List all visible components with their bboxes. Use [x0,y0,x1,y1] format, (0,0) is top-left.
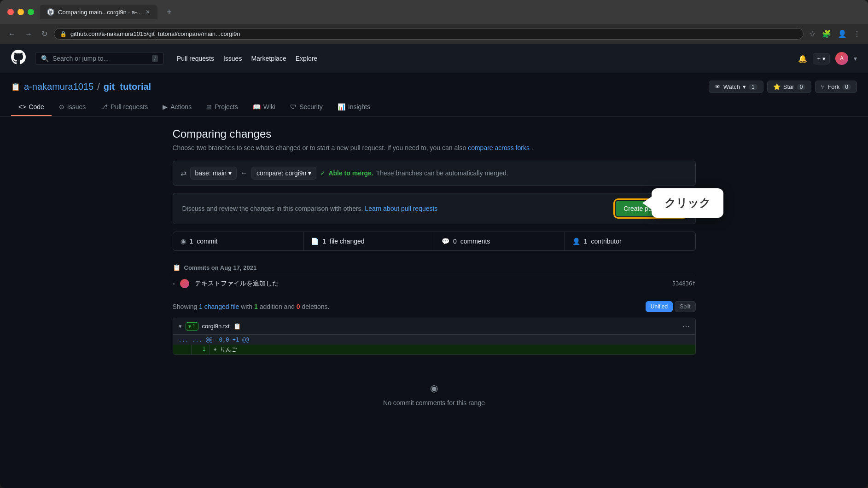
right-arrow-icon: ← [240,169,248,177]
files-stat: 📄 1 file changed [303,232,434,250]
actions-icon: ▶ [163,103,168,110]
fullscreen-button[interactable] [28,9,34,15]
comments-stat: 💬 0 comments [434,232,565,250]
notifications-bell-icon[interactable]: 🔔 [798,54,807,63]
diff-line-content: + りんご [210,345,695,354]
minimize-button[interactable] [17,9,24,15]
fork-button[interactable]: ⑂ Fork 0 [815,81,857,93]
compare-title: Comparing changes [173,128,696,140]
security-icon: 🛡 [290,103,297,110]
split-view-button[interactable]: Split [675,301,695,312]
commit-message[interactable]: テキストファイルを追加した [195,279,666,288]
reload-button[interactable]: ↻ [39,28,50,40]
tab-security-label: Security [299,103,323,110]
commits-count: 1 [190,238,193,245]
code-icon: <> [18,103,26,110]
watch-label: Watch [723,83,740,90]
base-branch-select[interactable]: base: main ▾ [190,167,237,180]
contributors-stat: 👤 1 contributor [565,232,695,250]
close-button[interactable] [7,9,14,15]
compare-across-forks-link[interactable]: compare across forks [468,144,530,151]
tab-issues-label: Issues [67,103,86,110]
profile-icon[interactable]: 👤 [836,28,849,40]
tab-issues[interactable]: ⊙ Issues [52,99,93,116]
tab-security[interactable]: 🛡 Security [283,99,330,116]
nav-marketplace[interactable]: Marketplace [247,53,290,64]
tab-pull-requests[interactable]: ⎇ Pull requests [93,99,155,116]
issues-icon: ⊙ [59,103,64,110]
create-new-button[interactable]: + ▾ [813,53,830,64]
diff-copy-icon[interactable]: 📋 [233,323,241,330]
repo-owner-link[interactable]: a-nakamura1015 [24,81,93,92]
unified-view-button[interactable]: Unified [646,301,673,312]
compare-desc-text: Choose two branches to see what's change… [173,144,466,151]
checkmark-icon: ✓ [320,169,326,177]
search-input[interactable]: 🔍 Search or jump to... / [35,52,164,65]
learn-about-pr-link[interactable]: Learn about pull requests [365,205,437,212]
tab-projects[interactable]: ⊞ Projects [199,99,245,116]
tab-close-icon[interactable]: ✕ [146,9,150,15]
base-dropdown-icon: ▾ [228,169,232,177]
repo-title-row: 📋 a-nakamura1015 / git_tutorial 👁 Watch … [11,81,857,93]
url-text: github.com/a-nakamura1015/git_tutorial/c… [70,30,240,37]
active-tab[interactable]: Comparing main...corgi9n · a-... ✕ [40,5,157,19]
files-stat-icon: 📄 [311,238,319,245]
repo-name-link[interactable]: git_tutorial [104,81,151,92]
pr-info-box: Discuss and review the changes in this c… [173,193,696,224]
extensions-icon[interactable]: 🧩 [820,28,833,40]
tab-code-label: Code [29,103,44,110]
contributors-label: contributor [591,238,622,245]
view-toggle: Unified Split [646,301,696,312]
tab-wiki[interactable]: 📖 Wiki [245,99,283,116]
comments-stat-icon: 💬 [442,238,449,245]
no-comments-section: ◉ No commit comments for this range [173,364,696,425]
tab-projects-label: Projects [215,103,238,110]
tab-actions[interactable]: ▶ Actions [155,99,199,116]
diff-container: ▾ ▾ 1 corgi9n.txt 📋 ⋯ ... ... @@ -0,0 +1… [173,318,696,355]
commits-date-header: 📋 Commits on Aug 17, 2021 [173,260,696,275]
hunk-dots-right: ... [192,337,202,343]
files-label: file changed [330,238,365,245]
repo-title: 📋 a-nakamura1015 / git_tutorial [11,81,151,92]
watch-button[interactable]: 👁 Watch ▾ 1 [709,81,763,93]
diff-file-actions[interactable]: ⋯ [682,322,690,331]
contributors-count: 1 [584,238,588,245]
compare-label: compare: [256,169,283,177]
branch-row: ⇄ base: main ▾ ← compare: corgi9n ▾ ✓ Ab… [173,161,696,186]
pr-section: Discuss and review the changes in this c… [173,193,696,224]
tab-code[interactable]: <> Code [11,99,52,116]
commits-section: 📋 Commits on Aug 17, 2021 ◦ テキストファイルを追加し… [173,260,696,292]
nav-explore[interactable]: Explore [292,53,321,64]
gh-nav: Pull requests Issues Marketplace Explore [173,53,321,64]
click-annotation: クリック [652,188,723,218]
address-bar[interactable]: 🔒 github.com/a-nakamura1015/git_tutorial… [54,28,804,40]
avatar[interactable]: A [835,52,848,65]
tab-actions-label: Actions [170,103,192,110]
browser-titlebar: Comparing main...corgi9n · a-... ✕ + [0,0,868,24]
commit-branch-icon: ◦ [173,280,175,287]
avatar-dropdown-icon[interactable]: ▾ [854,55,857,62]
nav-pull-requests[interactable]: Pull requests [173,53,218,64]
browser-window: Comparing main...corgi9n · a-... ✕ + ← →… [0,0,868,488]
github-logo[interactable] [11,50,26,67]
back-button[interactable]: ← [6,28,18,40]
gh-header-actions: 🔔 + ▾ A ▾ [798,52,857,65]
compare-dropdown-icon: ▾ [308,169,311,177]
watch-count: 1 [749,84,757,90]
nav-issues[interactable]: Issues [220,53,245,64]
star-label: Star [783,83,794,90]
traffic-lights [7,9,34,15]
compare-branch-select[interactable]: compare: corgi9n ▾ [251,167,316,180]
new-tab-button[interactable]: + [163,6,175,19]
fork-icon: ⑂ [821,83,825,90]
tab-wiki-label: Wiki [263,103,275,110]
diff-collapse-icon[interactable]: ▾ [179,323,182,330]
wiki-icon: 📖 [253,103,261,110]
forward-button[interactable]: → [22,28,35,40]
star-button[interactable]: ⭐ Star 0 [767,81,812,93]
plus-dropdown-icon: ▾ [822,55,826,62]
commit-sha[interactable]: 534836f [672,280,696,287]
menu-icon[interactable]: ⋮ [851,28,862,40]
bookmark-icon[interactable]: ☆ [807,28,817,40]
tab-insights[interactable]: 📊 Insights [330,99,378,116]
